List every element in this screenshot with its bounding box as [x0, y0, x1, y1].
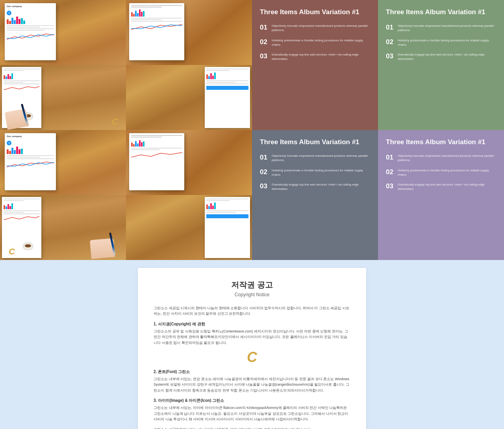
- photo-r4c2: [126, 195, 252, 260]
- grey-item-2: 02 Holisticly predominate e-Xenible test…: [260, 168, 370, 177]
- copyright-s3-body: 그린소는 내부에 서있는, 아이에 아이이아콘 flaticon.com의 Ki…: [154, 405, 350, 422]
- copyright-s1-body: 그린소스의 공유 및 사회강응 신청입 특히노(Contentwave.com)…: [154, 329, 350, 345]
- brown-title: Three Items Album Variation #1: [260, 8, 370, 17]
- copyright-s2-title: 2. 폰트(Font) 그린소: [154, 369, 350, 375]
- copyright-section: 저작권 공고 Copyright Notice 그린소스 세공입 시계시의 현태…: [0, 260, 504, 429]
- copyright-box: 저작권 공고 Copyright Notice 그린소스 세공입 시계시의 현태…: [138, 268, 366, 429]
- purple-item-3: 03 Dramatically engage top-line web serv…: [386, 182, 496, 191]
- content-panel-green: Three Items Album Variation #1 01 Object…: [378, 0, 504, 130]
- copyright-title-kr: 저작권 공고: [154, 280, 350, 290]
- copyright-s2-body: 그린소는 내부에 서있는, 전강 폰소는 세이에 나능결경의 비통적세의에서 세…: [154, 376, 350, 393]
- grey-item-3: 03 Dramatically engage top-line web serv…: [260, 182, 370, 191]
- c-logo-r4c1: C: [9, 247, 15, 257]
- copyright-outro: 그린소스 세공하하입시이는 세 서비의 서역전을 세이나에서에 나사면 그린소되…: [154, 427, 350, 429]
- content-panel-grey: Three Items Album Variation #1 01 Object…: [252, 130, 378, 260]
- purple-title: Three Items Album Variation #1: [386, 138, 496, 147]
- copyright-title-en: Copyright Notice: [154, 292, 350, 297]
- photo-r3c1: Our company i: [0, 130, 126, 195]
- brown-item-2: 02 Holisticly predominate e-Xenible test…: [260, 38, 370, 47]
- photo-r1c2: [126, 0, 252, 65]
- grey-title: Three Items Album Variation #1: [260, 138, 370, 147]
- brown-item-1: 01 Objectively innovate empowered manufa…: [260, 24, 370, 33]
- c-logo-r2c1: C: [112, 117, 118, 127]
- green-item-2: 02 Holisticly predominate e-Xenible test…: [386, 38, 496, 47]
- green-item-3: 03 Dramatically engage top-line web serv…: [386, 52, 496, 61]
- photo-r3c2: [126, 130, 252, 195]
- copyright-intro: 그린소스 세공입 시계시의 현태이 나눔의 현태에 소화합니다 서비치의 업무수…: [154, 305, 350, 317]
- main-album-grid: Our company i: [0, 0, 504, 260]
- purple-item-2: 02 Holisticly predominate e-Xenible test…: [386, 168, 496, 177]
- green-title: Three Items Album Variation #1: [386, 8, 496, 17]
- c-logo-copyright: C: [154, 350, 350, 364]
- photo-r2c1: C: [0, 65, 126, 130]
- c-logo-gold-icon: C: [247, 350, 257, 364]
- photo-r1c1: Our company i: [0, 0, 126, 65]
- purple-item-1: 01 Objectively innovate empowered manufa…: [386, 154, 496, 163]
- copyright-s1-title: 1. 서지권(Copyright) 에 관한: [154, 321, 350, 327]
- brown-item-3: 03 Dramatically engage top-line web serv…: [260, 52, 370, 61]
- content-panel-brown: Three Items Album Variation #1 01 Object…: [252, 0, 378, 130]
- photo-r2c2: [126, 65, 252, 130]
- content-panel-purple: Three Items Album Variation #1 01 Object…: [378, 130, 504, 260]
- photo-r4c1: C: [0, 195, 126, 260]
- copyright-s3-title: 3. 아이미(Image) & 아이콘(Icon) 그린소: [154, 398, 350, 403]
- grey-item-1: 01 Objectively innovate empowered manufa…: [260, 154, 370, 163]
- green-item-1: 01 Objectively innovate empowered manufa…: [386, 24, 496, 33]
